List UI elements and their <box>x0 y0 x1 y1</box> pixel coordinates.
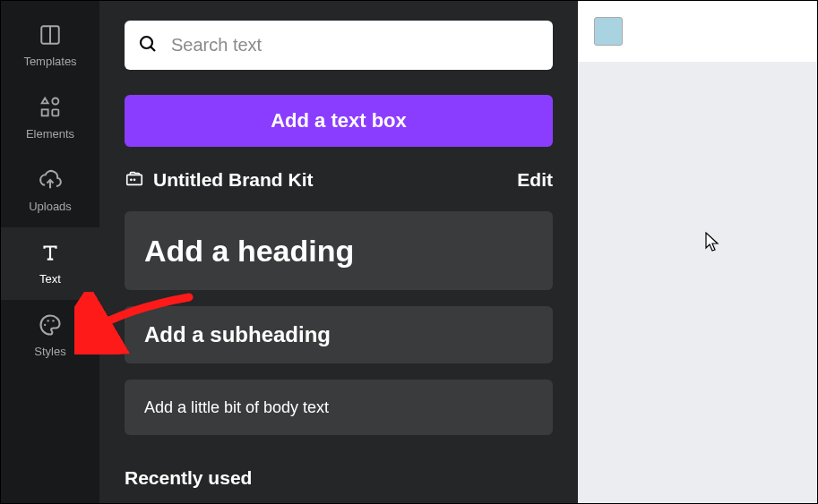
canvas[interactable] <box>578 62 817 503</box>
sidebar-item-label: Uploads <box>29 200 72 213</box>
svg-point-7 <box>47 320 49 321</box>
toolbar <box>578 1 817 62</box>
add-body-text-card[interactable]: Add a little bit of body text <box>125 380 553 435</box>
brand-kit-row: Untitled Brand Kit Edit <box>125 168 553 192</box>
edit-brand-kit-link[interactable]: Edit <box>517 169 553 191</box>
svg-rect-4 <box>52 109 58 115</box>
sidebar-item-label: Elements <box>26 127 74 141</box>
svg-point-8 <box>52 320 54 321</box>
recently-used-heading: Recently used <box>125 467 553 489</box>
text-icon <box>38 240 63 265</box>
canvas-area <box>578 1 817 503</box>
add-text-box-button[interactable]: Add a text box <box>125 95 553 147</box>
sidebar-item-label: Text <box>39 272 61 286</box>
svg-point-13 <box>133 178 136 181</box>
card-label: Add a little bit of body text <box>144 398 329 417</box>
svg-point-9 <box>141 37 152 48</box>
search-wrap[interactable] <box>125 21 553 70</box>
uploads-icon <box>38 167 63 192</box>
sidebar-item-label: Styles <box>34 345 65 358</box>
card-label: Add a subheading <box>144 322 331 347</box>
sidebar-item-text[interactable]: Text <box>1 227 99 300</box>
card-label: Add a heading <box>144 234 354 269</box>
sidebar-item-styles[interactable]: Styles <box>1 300 99 372</box>
sidebar: Templates Elements Uploads Text <box>1 1 99 503</box>
brand-kit-icon <box>125 168 144 192</box>
text-panel: Add a text box Untitled Brand Kit Edit A… <box>99 1 578 503</box>
svg-point-6 <box>44 324 46 326</box>
sidebar-item-label: Templates <box>23 55 76 68</box>
brand-kit-label: Untitled Brand Kit <box>153 169 314 191</box>
svg-line-10 <box>151 47 155 51</box>
cursor-icon <box>705 232 721 252</box>
add-heading-card[interactable]: Add a heading <box>125 211 553 290</box>
color-swatch[interactable] <box>594 17 623 46</box>
add-subheading-card[interactable]: Add a subheading <box>125 306 553 363</box>
svg-point-2 <box>52 98 58 105</box>
sidebar-item-uploads[interactable]: Uploads <box>1 155 99 227</box>
search-input[interactable] <box>171 35 540 56</box>
svg-rect-3 <box>42 109 48 115</box>
elements-icon <box>38 95 63 120</box>
sidebar-item-templates[interactable]: Templates <box>1 10 99 82</box>
svg-point-12 <box>130 178 133 181</box>
sidebar-item-elements[interactable]: Elements <box>1 82 99 155</box>
templates-icon <box>38 22 63 47</box>
styles-icon <box>38 312 63 337</box>
search-icon <box>137 33 159 58</box>
